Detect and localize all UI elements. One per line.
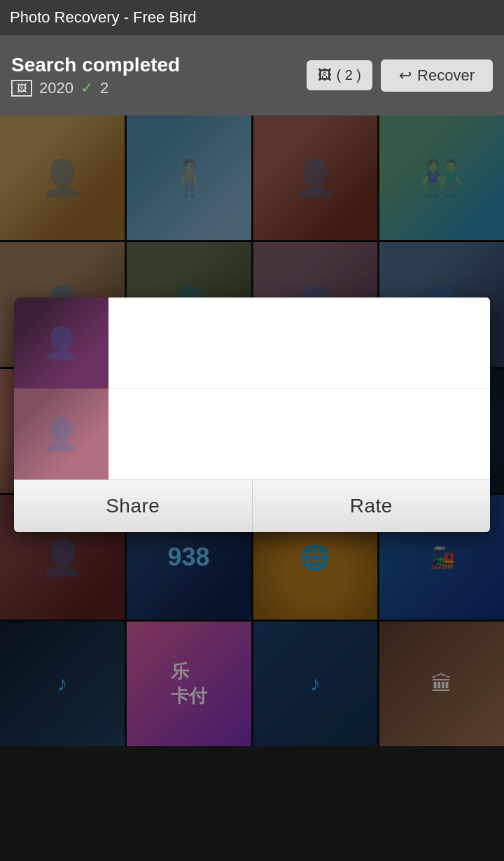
recover-icon: ↩ [399, 66, 412, 85]
title-bar: Photo Recovery - Free Bird [0, 0, 504, 35]
search-status: Search completed [11, 54, 298, 76]
dialog-thumb-row-1: 👤 [14, 298, 490, 388]
dialog-content-space-1 [108, 298, 490, 388]
header-meta: 🖼 2020 ✓ 2 [11, 79, 298, 97]
photo-meta-icon: 🖼 [11, 80, 32, 97]
share-button[interactable]: Share [14, 480, 253, 532]
dialog-buttons: Share Rate [14, 479, 490, 532]
year-label: 2020 [39, 79, 74, 97]
dialog-overlay: 👤 👤 Share Rate [0, 115, 504, 861]
preview-photo-icon: 🖼 [318, 67, 332, 83]
preview-button[interactable]: 🖼 ( 2 ) [307, 60, 372, 90]
dialog-thumbnail-2[interactable]: 👤 [14, 388, 108, 479]
app-title: Photo Recovery - Free Bird [10, 8, 197, 27]
header: Search completed 🖼 2020 ✓ 2 🖼 ( 2 ) ↩ Re… [0, 35, 504, 115]
check-icon: ✓ [80, 79, 93, 97]
dialog-content-space-2 [108, 388, 490, 479]
recover-label: Recover [417, 66, 475, 85]
dialog-thumbnail-1[interactable]: 👤 [14, 298, 108, 388]
preview-count: ( 2 ) [336, 67, 361, 83]
header-left: Search completed 🖼 2020 ✓ 2 [11, 54, 298, 97]
dialog-thumbnails: 👤 👤 [14, 298, 490, 479]
dialog: 👤 👤 Share Rate [14, 298, 490, 532]
dialog-thumb-row-2: 👤 [14, 388, 490, 479]
rate-button[interactable]: Rate [253, 480, 491, 532]
recover-button[interactable]: ↩ Recover [381, 59, 493, 92]
count-label: 2 [100, 79, 108, 97]
